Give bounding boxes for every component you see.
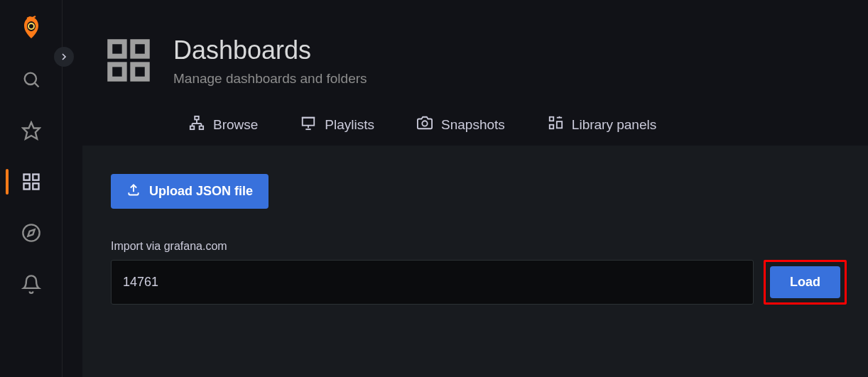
tab-label: Snapshots — [441, 117, 505, 133]
upload-json-button[interactable]: Upload JSON file — [111, 174, 268, 209]
presentation-icon — [300, 115, 316, 134]
tabs: Browse Playlists Snapshots Library panel… — [63, 87, 868, 146]
dashboards-icon — [104, 35, 153, 85]
tab-library-panels[interactable]: Library panels — [548, 115, 656, 134]
library-panel-icon — [548, 115, 563, 134]
grafana-logo[interactable] — [17, 14, 45, 43]
sitemap-icon — [189, 115, 205, 134]
svg-rect-6 — [23, 183, 29, 189]
import-panel: Upload JSON file Import via grafana.com … — [82, 146, 868, 377]
tab-snapshots[interactable]: Snapshots — [417, 115, 505, 134]
tab-label: Browse — [213, 117, 258, 133]
nav-starred[interactable] — [0, 116, 63, 145]
svg-point-1 — [24, 73, 36, 84]
sidebar — [0, 0, 63, 377]
import-via-label: Import via grafana.com — [111, 240, 847, 253]
svg-rect-26 — [550, 117, 554, 121]
nav-alerting[interactable] — [0, 270, 63, 298]
expand-sidebar-button[interactable] — [54, 47, 74, 67]
svg-rect-14 — [195, 116, 199, 120]
svg-point-8 — [23, 224, 39, 241]
svg-point-25 — [422, 121, 427, 126]
svg-rect-27 — [550, 125, 554, 129]
import-row: Load — [111, 260, 847, 305]
svg-line-2 — [34, 83, 38, 87]
tab-playlists[interactable]: Playlists — [300, 115, 374, 134]
nav-search[interactable] — [0, 65, 63, 94]
nav-explore[interactable] — [0, 219, 63, 247]
upload-button-label: Upload JSON file — [149, 184, 253, 199]
tab-browse[interactable]: Browse — [189, 115, 258, 134]
svg-rect-28 — [557, 121, 562, 128]
svg-marker-3 — [23, 122, 39, 138]
svg-rect-7 — [33, 183, 38, 189]
svg-rect-10 — [110, 42, 124, 56]
main-content: Dashboards Manage dashboards and folders… — [63, 0, 868, 377]
svg-rect-11 — [133, 42, 147, 56]
page-header: Dashboards Manage dashboards and folders — [63, 0, 868, 87]
load-button[interactable]: Load — [770, 266, 840, 298]
svg-rect-15 — [190, 126, 195, 130]
page-subtitle: Manage dashboards and folders — [173, 71, 367, 87]
nav-dashboards[interactable] — [0, 168, 63, 196]
svg-rect-16 — [200, 126, 204, 130]
tab-label: Playlists — [325, 117, 374, 133]
camera-icon — [417, 115, 433, 134]
svg-rect-4 — [23, 175, 29, 180]
svg-marker-9 — [28, 229, 34, 236]
tab-label: Library panels — [572, 117, 656, 133]
svg-rect-12 — [110, 65, 124, 79]
svg-point-0 — [28, 23, 34, 29]
svg-rect-13 — [133, 65, 147, 79]
svg-rect-5 — [33, 175, 38, 180]
load-button-highlight: Load — [764, 260, 847, 305]
svg-rect-21 — [303, 118, 315, 126]
upload-icon — [126, 182, 141, 200]
page-title: Dashboards — [173, 35, 367, 65]
import-id-input[interactable] — [111, 260, 754, 305]
